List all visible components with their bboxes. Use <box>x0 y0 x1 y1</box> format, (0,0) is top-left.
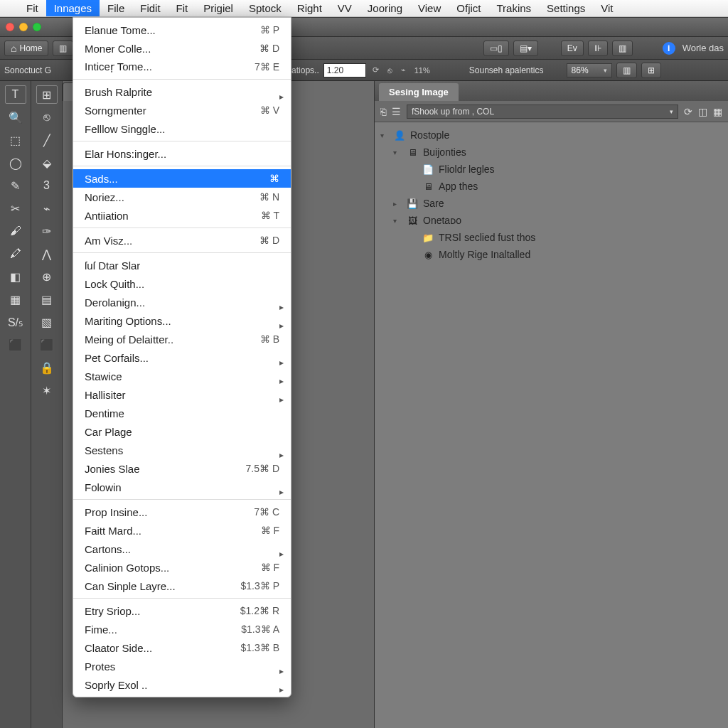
rp-window-icon[interactable]: ◫ <box>698 106 707 117</box>
left2-tool-7[interactable]: ⋀ <box>36 245 58 263</box>
menubar-item-settings[interactable]: Settings <box>539 0 593 16</box>
menu-item[interactable]: Hallisiter <box>73 385 291 404</box>
tree-row[interactable]: 🖥App thes <box>378 178 725 195</box>
close-window-icon[interactable] <box>6 23 14 31</box>
menu-item[interactable]: Derolanign... <box>73 293 291 311</box>
menubar-item-view[interactable]: View <box>410 0 449 16</box>
menu-item[interactable]: Meing of Delaitter..⌘ B <box>73 330 291 348</box>
menubar-item-fit[interactable]: Fit <box>168 0 196 16</box>
options-mini-1[interactable]: ⟳ <box>370 65 381 75</box>
left-tool-11[interactable]: ⬛ <box>5 336 26 354</box>
disclosure-triangle-icon[interactable]: ▸ <box>393 200 402 208</box>
left-tool-0[interactable]: T <box>5 85 26 104</box>
menubar-item-vv[interactable]: VV <box>330 0 360 16</box>
menu-item[interactable]: Noriez...⌘ N <box>73 188 291 206</box>
menubar-item-ofjict[interactable]: Ofjict <box>449 0 488 16</box>
disclosure-triangle-icon[interactable]: ▾ <box>393 149 402 156</box>
left2-tool-0[interactable]: ⊞ <box>36 85 58 104</box>
tree-row[interactable]: 📄Flioldr legles <box>378 161 725 178</box>
rp-tool-icon-a[interactable]: ⎗ <box>380 106 386 117</box>
toolbar-mode-b[interactable]: ⊪ <box>588 41 608 56</box>
left-tool-4[interactable]: ✎ <box>5 176 26 195</box>
left2-tool-5[interactable]: ⌁ <box>36 199 58 218</box>
left2-tool-1[interactable]: ⎋ <box>36 108 58 127</box>
zoom-percent-dropdown[interactable]: 86% <box>567 63 612 77</box>
tree-row[interactable]: 📁TRSⅼ seclied fust thos <box>378 229 725 246</box>
menubar-item-fidit[interactable]: Fidit <box>132 0 168 16</box>
menubar-item-jooring[interactable]: Jooring <box>360 0 410 16</box>
left2-tool-12[interactable]: 🔒 <box>36 358 58 377</box>
menu-item[interactable]: Elanue Tome...⌘ P <box>73 21 291 39</box>
toolbar-layout-b[interactable]: ▤▾ <box>513 41 538 56</box>
menu-item[interactable]: Claator Side...$1.3⌘ B <box>73 638 291 657</box>
left-tool-5[interactable]: ✂ <box>5 199 26 218</box>
left-tool-1[interactable]: 🔍 <box>5 108 26 127</box>
menubar-item-fit[interactable]: Fit <box>18 0 46 16</box>
menu-item[interactable]: Sads...⌘ <box>73 169 291 188</box>
menu-item[interactable]: Calinion Gotops...⌘ F <box>73 558 291 577</box>
menu-item[interactable]: Lock Quith... <box>73 274 291 293</box>
menu-item[interactable]: Brush Ralprite <box>73 82 291 101</box>
menu-item[interactable]: Protes <box>73 657 291 675</box>
left2-tool-2[interactable]: ╱ <box>36 131 58 149</box>
menu-item[interactable]: Dentime <box>73 404 291 422</box>
menu-item[interactable]: Prop Insine...7⌘ C <box>73 503 291 521</box>
zoom-window-icon[interactable] <box>33 23 41 31</box>
disclosure-triangle-icon[interactable]: ▾ <box>380 132 389 139</box>
toolbar-mode-a[interactable]: Ev <box>561 41 584 56</box>
tree-row[interactable]: ◉Moltly Rige Inaltalled <box>378 246 725 263</box>
menu-item[interactable]: ſuſ Dtar Slar <box>73 256 291 274</box>
home-button[interactable]: Home <box>4 41 48 56</box>
options-extra-a[interactable]: ▥ <box>616 63 637 78</box>
menu-item[interactable]: Am Visz...⌘ D <box>73 231 291 250</box>
menu-item[interactable]: Antiiation⌘ T <box>73 206 291 225</box>
info-icon[interactable]: i <box>663 42 675 55</box>
right-panel-tab[interactable]: Sesing Image <box>379 83 459 101</box>
toolbar-layout-a[interactable]: ▭▯ <box>483 41 509 56</box>
menu-item[interactable]: Soprly Exol .. <box>73 675 291 694</box>
menu-item[interactable]: Can Sinple Layre...$1.3⌘ P <box>73 577 291 595</box>
left2-tool-10[interactable]: ▧ <box>36 313 58 331</box>
toolbar-mode-c[interactable]: ▥ <box>612 41 633 56</box>
left-tool-6[interactable]: 🖌 <box>5 222 26 240</box>
menu-item[interactable]: Felllow Singgle... <box>73 119 291 138</box>
left2-tool-11[interactable]: ⬛ <box>36 336 58 354</box>
rp-source-dropdown[interactable]: fShook up from , COL <box>407 105 678 119</box>
rp-grid-icon[interactable]: ▦ <box>713 106 722 117</box>
tree-row[interactable]: ▾👤Rostople <box>378 127 725 144</box>
menubar-item-trakins[interactable]: Trakins <box>488 0 539 16</box>
menu-item[interactable]: Elar Hons:inger... <box>73 144 291 163</box>
options-mini-3[interactable]: ⌁ <box>399 65 408 75</box>
menu-item[interactable]: Pet Corfails... <box>73 348 291 367</box>
menubar-item-prigiel[interactable]: Prigiel <box>196 0 241 16</box>
tree-row[interactable]: ▾🖼Onetaᴅo <box>378 212 725 229</box>
left-tool-10[interactable]: S/₅ <box>5 313 26 331</box>
menu-item[interactable]: Mariting Options... <box>73 311 291 330</box>
toolbar-button-1[interactable]: ▥ <box>53 41 73 56</box>
rp-tool-icon-b[interactable]: ☰ <box>392 106 401 117</box>
menubar-item-vit[interactable]: Vit <box>593 0 621 16</box>
left2-tool-13[interactable]: ✶ <box>36 381 58 400</box>
menubar-item-right[interactable]: Right <box>289 0 330 16</box>
left2-tool-9[interactable]: ▤ <box>36 290 58 309</box>
menubar-item-innages[interactable]: Innages <box>46 0 100 16</box>
options-extra-b[interactable]: ⊞ <box>641 63 661 78</box>
minimize-window-icon[interactable] <box>19 23 28 31</box>
menu-item[interactable]: Inticeṛ Tome...7⌘ E <box>73 58 291 76</box>
menu-item[interactable]: Car Plage <box>73 422 291 441</box>
menubar-item-sptock[interactable]: Sptock <box>241 0 289 16</box>
menu-item[interactable]: Cartons... <box>73 540 291 558</box>
left-tool-3[interactable]: ◯ <box>5 154 26 172</box>
menu-item[interactable]: Folowin <box>73 478 291 496</box>
left-tool-7[interactable]: 🖍 <box>5 245 26 263</box>
disclosure-triangle-icon[interactable]: ▾ <box>393 217 402 225</box>
menu-item[interactable]: Faitt Mard...⌘ F <box>73 521 291 540</box>
tree-row[interactable]: ▸💾Sare <box>378 195 725 212</box>
left2-tool-4[interactable]: 3 <box>36 176 58 195</box>
left-tool-9[interactable]: ▦ <box>5 290 26 309</box>
options-mini-2[interactable]: ⎋ <box>385 66 395 75</box>
left2-tool-8[interactable]: ⊕ <box>36 267 58 286</box>
options-value-input[interactable] <box>323 63 366 77</box>
left-tool-2[interactable]: ⬚ <box>5 131 26 149</box>
menu-item[interactable]: Moner Colle...⌘ D <box>73 39 291 58</box>
